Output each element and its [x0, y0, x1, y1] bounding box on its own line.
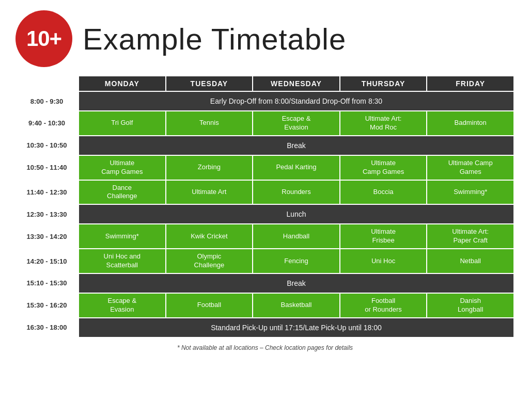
table-row: 10:30 - 10:50Break — [15, 136, 514, 155]
time-cell: 12:30 - 13:30 — [15, 204, 79, 224]
span-cell: Break — [79, 273, 514, 293]
page-title: Example Timetable — [83, 22, 346, 56]
activity-cell: Escape & Evasion — [79, 293, 166, 318]
col-tuesday: TUESDAY — [166, 76, 253, 91]
activity-cell: Ultimate Camp Games — [79, 155, 166, 180]
table-row: 11:40 - 12:30Dance ChallengeUltimate Art… — [15, 180, 514, 205]
table-row: 14:20 - 15:10Uni Hoc and ScatterballOlym… — [15, 249, 514, 273]
activity-cell: Swimming* — [427, 180, 514, 205]
badge-text: 10+ — [26, 26, 61, 51]
activity-cell: Ultimate Art — [166, 180, 253, 205]
activity-cell: Netball — [427, 249, 514, 273]
activity-cell: Tennis — [166, 111, 253, 136]
col-monday: MONDAY — [79, 76, 166, 91]
table-row: 16:30 - 18:00Standard Pick-Up until 17:1… — [15, 318, 514, 337]
table-row: 10:50 - 11:40Ultimate Camp GamesZorbingP… — [15, 155, 514, 180]
activity-cell: Olympic Challenge — [166, 249, 253, 273]
table-row: 15:10 - 15:30Break — [15, 273, 514, 293]
activity-cell: Ultimate Camp Games — [340, 155, 427, 180]
activity-cell: Dance Challenge — [79, 180, 166, 205]
activity-cell: Badminton — [427, 111, 514, 136]
activity-cell: Fencing — [253, 249, 340, 273]
table-row: 12:30 - 13:30Lunch — [15, 204, 514, 224]
col-wednesday: WEDNESDAY — [253, 76, 340, 91]
activity-cell: Handball — [253, 224, 340, 249]
timetable: MONDAY TUESDAY WEDNESDAY THURSDAY FRIDAY… — [15, 75, 515, 338]
activity-cell: Tri Golf — [79, 111, 166, 136]
col-friday: FRIDAY — [427, 76, 514, 91]
footnote: * Not available at all locations – Check… — [177, 344, 353, 351]
activity-cell: Football — [166, 293, 253, 318]
span-cell: Early Drop-Off from 8:00/Standard Drop-O… — [79, 91, 514, 111]
activity-cell: Boccia — [340, 180, 427, 205]
time-header — [15, 76, 79, 91]
activity-cell: Danish Longball — [427, 293, 514, 318]
activity-cell: Kwik Cricket — [166, 224, 253, 249]
activity-cell: Ultimate Art: Mod Roc — [340, 111, 427, 136]
time-cell: 13:30 - 14:20 — [15, 224, 79, 249]
table-header-row: MONDAY TUESDAY WEDNESDAY THURSDAY FRIDAY — [15, 76, 514, 91]
time-cell: 14:20 - 15:10 — [15, 249, 79, 273]
activity-cell: Ultimate Camp Games — [427, 155, 514, 180]
time-cell: 8:00 - 9:30 — [15, 91, 79, 111]
activity-cell: Ultimate Art: Paper Craft — [427, 224, 514, 249]
time-cell: 9:40 - 10:30 — [15, 111, 79, 136]
activity-cell: Uni Hoc — [340, 249, 427, 273]
table-row: 15:30 - 16:20Escape & EvasionFootballBas… — [15, 293, 514, 318]
activity-cell: Basketball — [253, 293, 340, 318]
span-cell: Lunch — [79, 204, 514, 224]
age-badge: 10+ — [15, 10, 72, 67]
activity-cell: Pedal Karting — [253, 155, 340, 180]
time-cell: 16:30 - 18:00 — [15, 318, 79, 337]
activity-cell: Uni Hoc and Scatterball — [79, 249, 166, 273]
table-row: 13:30 - 14:20Swimming*Kwik CricketHandba… — [15, 224, 514, 249]
time-cell: 15:30 - 16:20 — [15, 293, 79, 318]
activity-cell: Escape & Evasion — [253, 111, 340, 136]
span-cell: Break — [79, 136, 514, 155]
col-thursday: THURSDAY — [340, 76, 427, 91]
activity-cell: Zorbing — [166, 155, 253, 180]
table-row: 9:40 - 10:30Tri GolfTennisEscape & Evasi… — [15, 111, 514, 136]
time-cell: 11:40 - 12:30 — [15, 180, 79, 205]
time-cell: 10:30 - 10:50 — [15, 136, 79, 155]
activity-cell: Rounders — [253, 180, 340, 205]
span-cell: Standard Pick-Up until 17:15/Late Pick-U… — [79, 318, 514, 337]
time-cell: 15:10 - 15:30 — [15, 273, 79, 293]
activity-cell: Ultimate Frisbee — [340, 224, 427, 249]
time-cell: 10:50 - 11:40 — [15, 155, 79, 180]
header: 10+ Example Timetable — [15, 10, 515, 67]
table-row: 8:00 - 9:30Early Drop-Off from 8:00/Stan… — [15, 91, 514, 111]
activity-cell: Swimming* — [79, 224, 166, 249]
activity-cell: Football or Rounders — [340, 293, 427, 318]
